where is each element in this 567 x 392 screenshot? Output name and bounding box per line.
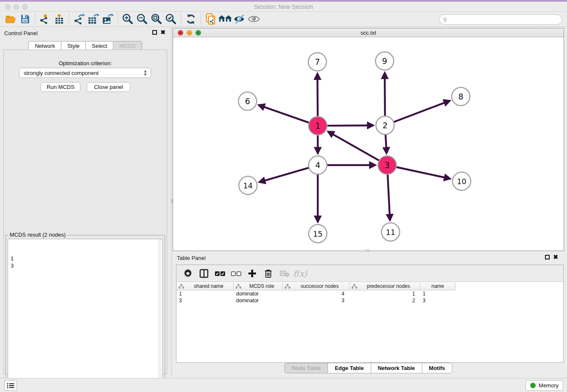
graph-edge-3-1[interactable]	[328, 132, 379, 160]
network-window-titlebar[interactable]: ✕ − + scc.txt	[173, 28, 564, 37]
export-network-icon[interactable]	[72, 13, 86, 25]
table-row[interactable]: 3dominator323	[176, 297, 563, 304]
zoom-out-icon[interactable]	[135, 13, 149, 25]
tab-motifs[interactable]: Motifs	[422, 363, 452, 373]
graph-node-8[interactable]: 8	[452, 88, 470, 106]
network-view-title: scc.txt	[173, 28, 564, 37]
cell-predecessor-nodes[interactable]: 2	[350, 297, 420, 304]
graph-edge-3-11[interactable]	[388, 174, 390, 220]
graph-node-15[interactable]: 15	[309, 225, 327, 243]
graph-edge-1-7[interactable]	[317, 74, 318, 116]
graph-node-4[interactable]: 4	[309, 156, 327, 174]
cell-name[interactable]: 1	[420, 290, 456, 297]
float-table-panel-icon[interactable]	[545, 255, 550, 259]
close-panel-icon[interactable]: ✖	[160, 30, 165, 35]
unselect-all-checks-icon[interactable]	[229, 267, 243, 280]
run-mcds-button[interactable]: Run MCDS	[41, 82, 80, 92]
column-header-MCDS-role[interactable]: MCDS role	[234, 282, 283, 290]
cell-successor-nodes[interactable]: 3	[283, 297, 350, 304]
function-builder-disabled-icon: f(x)	[293, 267, 307, 280]
export-table-icon[interactable]	[86, 13, 101, 25]
column-header-successor-nodes[interactable]: successor nodes	[283, 282, 350, 290]
graph-edge-3-10[interactable]	[396, 167, 450, 179]
add-column-icon[interactable]	[245, 267, 259, 280]
show-graphics-details-icon[interactable]	[247, 13, 261, 25]
network-clipboard-icon[interactable]	[204, 13, 218, 25]
minimize-view-button[interactable]: −	[187, 30, 192, 36]
graph-node-1[interactable]: 1	[309, 117, 327, 135]
minimize-window-button[interactable]	[14, 4, 19, 10]
hide-graphics-details-icon[interactable]	[232, 13, 247, 25]
settings-gear-icon[interactable]	[181, 267, 195, 280]
cell-shared-name[interactable]: 3	[176, 297, 234, 304]
tab-node-table[interactable]: Node Table	[284, 363, 328, 373]
svg-text:7: 7	[315, 57, 320, 66]
graph-edge-2-9[interactable]	[385, 73, 385, 116]
zoom-selected-icon[interactable]	[164, 13, 178, 25]
import-table-icon[interactable]	[52, 13, 66, 25]
select-all-checks-icon[interactable]	[213, 267, 227, 280]
tab-edge-table[interactable]: Edge Table	[328, 363, 370, 373]
svg-text:14: 14	[243, 182, 253, 190]
graph-node-11[interactable]: 11	[382, 223, 400, 241]
save-session-icon[interactable]	[18, 13, 32, 25]
zoom-fit-icon[interactable]	[149, 13, 164, 25]
memory-status-icon	[530, 383, 536, 388]
column-header-predecessor-nodes[interactable]: predecessor nodes	[350, 282, 420, 290]
cell-successor-nodes[interactable]: 4	[283, 290, 350, 297]
column-layout-icon[interactable]	[197, 267, 211, 280]
graph-node-7[interactable]: 7	[308, 53, 327, 71]
close-window-button[interactable]	[5, 4, 11, 10]
zoom-in-icon[interactable]	[121, 13, 135, 25]
column-header-shared-name[interactable]: shared name	[176, 282, 234, 290]
svg-text:2: 2	[383, 121, 388, 130]
graph-node-2[interactable]: 2	[376, 116, 394, 135]
home-view-icon[interactable]	[218, 13, 232, 25]
export-image-icon[interactable]	[101, 13, 115, 25]
cell-shared-name[interactable]: 1	[176, 290, 234, 297]
zoom-window-button[interactable]	[22, 4, 28, 10]
table-row[interactable]: 1dominator411	[176, 290, 563, 297]
result-scrollbar[interactable]	[159, 239, 162, 392]
cell-MCDS-role[interactable]: dominator	[234, 290, 283, 297]
memory-button[interactable]: Memory	[526, 380, 563, 391]
graph-node-10[interactable]: 10	[453, 172, 471, 190]
optimization-criterion-select[interactable]: strongly connected component ▲▼	[19, 68, 151, 78]
svg-text:10: 10	[457, 177, 466, 186]
delete-column-icon[interactable]	[261, 267, 275, 280]
toolbar-separator	[181, 14, 181, 25]
graph-node-14[interactable]: 14	[239, 177, 257, 195]
graph-edge-1-6[interactable]	[259, 105, 309, 122]
graph-node-9[interactable]: 9	[376, 52, 394, 70]
task-history-button[interactable]	[4, 380, 17, 391]
search-input[interactable]	[439, 14, 562, 25]
horizontal-splitter-handle[interactable]	[366, 249, 369, 252]
close-view-button[interactable]: ✕	[178, 30, 183, 36]
network-graph-canvas[interactable]: 7968124314101511	[173, 37, 564, 251]
graph-edge-2-3[interactable]	[385, 135, 386, 153]
import-network-icon[interactable]	[38, 13, 52, 25]
cell-name[interactable]: 3	[420, 297, 456, 304]
main-toolbar: ⚲	[0, 12, 567, 27]
cell-predecessor-nodes[interactable]: 1	[350, 290, 420, 297]
column-header-name[interactable]: name	[420, 282, 456, 290]
table-panel-title: Table Panel	[177, 255, 206, 261]
graph-edge-1-2[interactable]	[327, 125, 373, 126]
float-panel-icon[interactable]	[152, 30, 157, 35]
open-session-icon[interactable]	[3, 13, 18, 25]
mcds-result-text[interactable]: 13	[8, 239, 163, 392]
close-panel-button[interactable]: Close panel	[87, 82, 130, 92]
graph-node-6[interactable]: 6	[239, 92, 257, 110]
graph-edge-4-14[interactable]	[259, 168, 308, 182]
cell-MCDS-role[interactable]: dominator	[234, 297, 283, 304]
tab-network-table[interactable]: Network Table	[371, 363, 422, 373]
svg-text:3: 3	[385, 160, 390, 170]
control-panel-title: Control Panel	[4, 30, 38, 36]
delete-table-disabled-icon	[277, 267, 291, 280]
refresh-view-icon[interactable]	[184, 13, 198, 25]
graph-edge-2-8[interactable]	[394, 101, 449, 122]
search-icon: ⚲	[443, 17, 447, 23]
close-table-panel-icon[interactable]: ✖	[553, 255, 558, 259]
maximize-view-button[interactable]: +	[195, 30, 201, 36]
graph-node-3[interactable]: 3	[378, 156, 396, 174]
